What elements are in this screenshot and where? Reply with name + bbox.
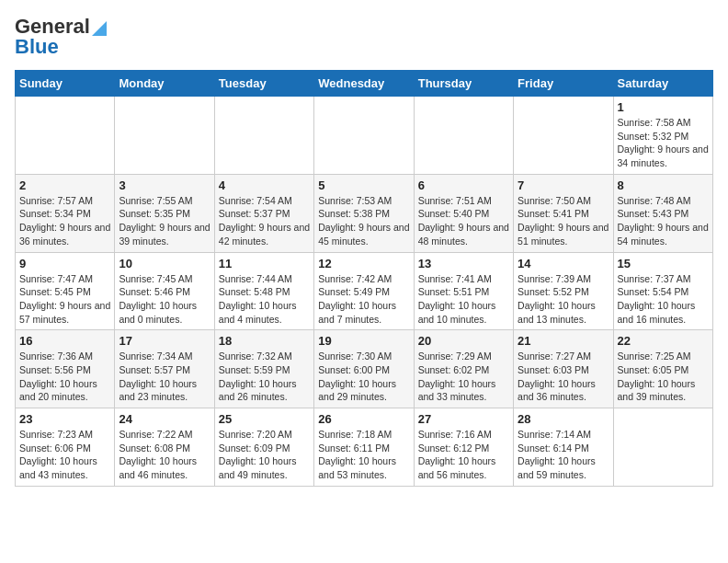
day-info: Sunrise: 7:42 AM Sunset: 5:49 PM Dayligh… [318,272,409,327]
day-number: 27 [418,412,509,426]
calendar-cell [514,97,613,175]
calendar-cell: 19Sunrise: 7:30 AM Sunset: 6:00 PM Dayli… [314,330,414,408]
weekday-header-wednesday: Wednesday [314,71,414,97]
day-number: 17 [119,334,210,348]
day-info: Sunrise: 7:20 AM Sunset: 6:09 PM Dayligh… [219,428,310,482]
day-info: Sunrise: 7:32 AM Sunset: 5:59 PM Dayligh… [219,350,310,404]
day-info: Sunrise: 7:48 AM Sunset: 5:43 PM Dayligh… [618,194,709,248]
day-info: Sunrise: 7:47 AM Sunset: 5:45 PM Dayligh… [19,272,110,327]
day-number: 14 [518,257,609,270]
calendar-cell: 7Sunrise: 7:50 AM Sunset: 5:41 PM Daylig… [514,174,613,252]
day-number: 19 [318,334,409,348]
day-info: Sunrise: 7:34 AM Sunset: 5:57 PM Dayligh… [119,350,210,404]
calendar-cell: 4Sunrise: 7:54 AM Sunset: 5:37 PM Daylig… [214,174,313,252]
day-number: 1 [618,100,709,114]
calendar-cell: 22Sunrise: 7:25 AM Sunset: 6:05 PM Dayli… [613,330,712,408]
calendar-cell [16,97,115,175]
day-info: Sunrise: 7:44 AM Sunset: 5:48 PM Dayligh… [219,272,310,327]
day-info: Sunrise: 7:36 AM Sunset: 5:56 PM Dayligh… [19,350,110,404]
day-number: 12 [318,257,409,270]
day-info: Sunrise: 7:27 AM Sunset: 6:03 PM Dayligh… [518,350,609,404]
day-number: 13 [418,257,509,270]
day-info: Sunrise: 7:25 AM Sunset: 6:05 PM Dayligh… [618,350,709,404]
day-info: Sunrise: 7:14 AM Sunset: 6:14 PM Dayligh… [518,428,609,482]
day-number: 6 [418,178,509,192]
weekday-header-sunday: Sunday [16,71,115,97]
weekday-header-friday: Friday [514,71,613,97]
calendar-cell: 23Sunrise: 7:23 AM Sunset: 6:06 PM Dayli… [16,408,115,487]
page-header: General Blue [15,15,713,59]
day-info: Sunrise: 7:50 AM Sunset: 5:41 PM Dayligh… [518,194,609,248]
day-info: Sunrise: 7:29 AM Sunset: 6:02 PM Dayligh… [418,350,509,404]
day-number: 11 [219,257,310,270]
calendar-header-row: SundayMondayTuesdayWednesdayThursdayFrid… [16,71,713,97]
weekday-header-thursday: Thursday [414,71,513,97]
calendar-cell: 15Sunrise: 7:37 AM Sunset: 5:54 PM Dayli… [613,252,712,330]
weekday-header-saturday: Saturday [613,71,712,97]
day-number: 5 [318,178,409,192]
day-number: 9 [19,257,110,270]
calendar-cell: 21Sunrise: 7:27 AM Sunset: 6:03 PM Dayli… [514,330,613,408]
calendar-cell: 9Sunrise: 7:47 AM Sunset: 5:45 PM Daylig… [16,252,115,330]
calendar-cell: 1Sunrise: 7:58 AM Sunset: 5:32 PM Daylig… [613,97,712,175]
calendar-cell [414,97,513,175]
logo: General Blue [15,15,107,59]
day-info: Sunrise: 7:51 AM Sunset: 5:40 PM Dayligh… [418,194,509,248]
day-number: 16 [19,334,110,348]
calendar-week-row: 9Sunrise: 7:47 AM Sunset: 5:45 PM Daylig… [16,252,713,330]
calendar-cell: 25Sunrise: 7:20 AM Sunset: 6:09 PM Dayli… [214,408,313,487]
calendar-cell: 16Sunrise: 7:36 AM Sunset: 5:56 PM Dayli… [16,330,115,408]
day-number: 28 [518,412,609,426]
day-number: 23 [19,412,110,426]
calendar-cell [314,97,414,175]
calendar-cell [214,97,313,175]
calendar-cell: 3Sunrise: 7:55 AM Sunset: 5:35 PM Daylig… [115,174,214,252]
calendar-cell: 13Sunrise: 7:41 AM Sunset: 5:51 PM Dayli… [414,252,513,330]
calendar-week-row: 23Sunrise: 7:23 AM Sunset: 6:06 PM Dayli… [16,408,713,487]
day-info: Sunrise: 7:23 AM Sunset: 6:06 PM Dayligh… [19,428,110,482]
calendar-cell: 28Sunrise: 7:14 AM Sunset: 6:14 PM Dayli… [514,408,613,487]
day-number: 20 [418,334,509,348]
day-info: Sunrise: 7:22 AM Sunset: 6:08 PM Dayligh… [119,428,210,482]
calendar-cell: 26Sunrise: 7:18 AM Sunset: 6:11 PM Dayli… [314,408,414,487]
calendar-cell [115,97,214,175]
day-info: Sunrise: 7:45 AM Sunset: 5:46 PM Dayligh… [119,272,210,327]
day-number: 26 [318,412,409,426]
calendar-cell: 8Sunrise: 7:48 AM Sunset: 5:43 PM Daylig… [613,174,712,252]
weekday-header-monday: Monday [115,71,214,97]
day-number: 3 [119,178,210,192]
day-number: 24 [119,412,210,426]
calendar-cell: 18Sunrise: 7:32 AM Sunset: 5:59 PM Dayli… [214,330,313,408]
day-number: 22 [618,334,709,348]
day-info: Sunrise: 7:16 AM Sunset: 6:12 PM Dayligh… [418,428,509,482]
day-info: Sunrise: 7:18 AM Sunset: 6:11 PM Dayligh… [318,428,409,482]
svg-marker-0 [92,21,107,36]
day-number: 4 [219,178,310,192]
calendar-cell: 5Sunrise: 7:53 AM Sunset: 5:38 PM Daylig… [314,174,414,252]
day-info: Sunrise: 7:53 AM Sunset: 5:38 PM Dayligh… [318,194,409,248]
calendar-cell: 20Sunrise: 7:29 AM Sunset: 6:02 PM Dayli… [414,330,513,408]
day-info: Sunrise: 7:55 AM Sunset: 5:35 PM Dayligh… [119,194,210,248]
day-info: Sunrise: 7:54 AM Sunset: 5:37 PM Dayligh… [219,194,310,248]
day-number: 18 [219,334,310,348]
day-number: 15 [618,257,709,270]
day-number: 8 [618,178,709,192]
calendar-week-row: 16Sunrise: 7:36 AM Sunset: 5:56 PM Dayli… [16,330,713,408]
calendar-week-row: 2Sunrise: 7:57 AM Sunset: 5:34 PM Daylig… [16,174,713,252]
calendar-cell: 11Sunrise: 7:44 AM Sunset: 5:48 PM Dayli… [214,252,313,330]
calendar-cell: 24Sunrise: 7:22 AM Sunset: 6:08 PM Dayli… [115,408,214,487]
day-number: 25 [219,412,310,426]
day-info: Sunrise: 7:57 AM Sunset: 5:34 PM Dayligh… [19,194,110,248]
day-number: 21 [518,334,609,348]
day-number: 10 [119,257,210,270]
logo-icon [92,17,107,36]
calendar-cell: 17Sunrise: 7:34 AM Sunset: 5:57 PM Dayli… [115,330,214,408]
calendar-cell: 6Sunrise: 7:51 AM Sunset: 5:40 PM Daylig… [414,174,513,252]
calendar-cell: 2Sunrise: 7:57 AM Sunset: 5:34 PM Daylig… [16,174,115,252]
day-number: 7 [518,178,609,192]
weekday-header-tuesday: Tuesday [214,71,313,97]
calendar-cell: 14Sunrise: 7:39 AM Sunset: 5:52 PM Dayli… [514,252,613,330]
day-info: Sunrise: 7:37 AM Sunset: 5:54 PM Dayligh… [618,272,709,327]
calendar-cell [613,408,712,487]
calendar-week-row: 1Sunrise: 7:58 AM Sunset: 5:32 PM Daylig… [16,97,713,175]
